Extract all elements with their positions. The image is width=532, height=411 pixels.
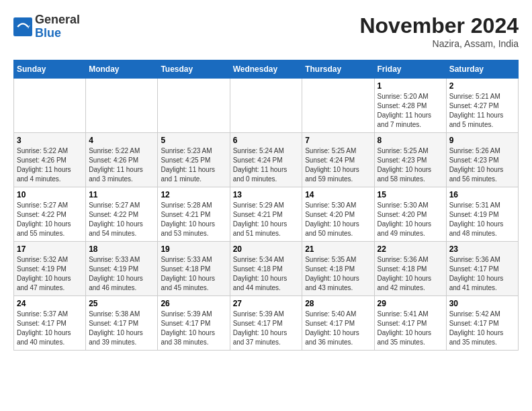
day-number: 6 bbox=[233, 136, 300, 145]
calendar-cell: 28Sunrise: 5:40 AM Sunset: 4:17 PM Dayli… bbox=[302, 296, 374, 351]
header-thursday: Thursday bbox=[302, 60, 374, 79]
day-number: 19 bbox=[161, 244, 226, 254]
day-info: Sunrise: 5:25 AM Sunset: 4:24 PM Dayligh… bbox=[305, 146, 371, 184]
day-info: Sunrise: 5:29 AM Sunset: 4:21 PM Dayligh… bbox=[233, 201, 300, 238]
calendar-cell: 26Sunrise: 5:39 AM Sunset: 4:17 PM Dayli… bbox=[158, 296, 230, 351]
calendar-cell: 27Sunrise: 5:39 AM Sunset: 4:17 PM Dayli… bbox=[230, 296, 302, 351]
week-row-5: 24Sunrise: 5:37 AM Sunset: 4:17 PM Dayli… bbox=[14, 296, 519, 351]
week-row-3: 10Sunrise: 5:27 AM Sunset: 4:22 PM Dayli… bbox=[14, 187, 519, 242]
day-number: 9 bbox=[449, 136, 515, 145]
calendar-header-row: SundayMondayTuesdayWednesdayThursdayFrid… bbox=[14, 60, 519, 79]
calendar-cell: 18Sunrise: 5:33 AM Sunset: 4:19 PM Dayli… bbox=[86, 242, 158, 296]
day-info: Sunrise: 5:41 AM Sunset: 4:17 PM Dayligh… bbox=[378, 310, 443, 347]
day-info: Sunrise: 5:26 AM Sunset: 4:23 PM Dayligh… bbox=[449, 146, 515, 184]
calendar-cell: 1Sunrise: 5:20 AM Sunset: 4:28 PM Daylig… bbox=[374, 79, 446, 133]
day-number: 13 bbox=[233, 190, 300, 199]
calendar-cell bbox=[302, 79, 374, 133]
day-info: Sunrise: 5:23 AM Sunset: 4:25 PM Dayligh… bbox=[161, 146, 226, 184]
day-info: Sunrise: 5:30 AM Sunset: 4:20 PM Dayligh… bbox=[305, 201, 371, 238]
day-number: 11 bbox=[89, 190, 154, 199]
day-info: Sunrise: 5:22 AM Sunset: 4:26 PM Dayligh… bbox=[17, 146, 83, 184]
calendar-cell: 10Sunrise: 5:27 AM Sunset: 4:22 PM Dayli… bbox=[14, 187, 86, 242]
day-number: 17 bbox=[17, 244, 83, 254]
calendar-cell: 30Sunrise: 5:42 AM Sunset: 4:17 PM Dayli… bbox=[446, 296, 518, 351]
calendar-cell: 3Sunrise: 5:22 AM Sunset: 4:26 PM Daylig… bbox=[14, 133, 86, 187]
day-info: Sunrise: 5:22 AM Sunset: 4:26 PM Dayligh… bbox=[89, 146, 154, 184]
day-info: Sunrise: 5:33 AM Sunset: 4:18 PM Dayligh… bbox=[161, 255, 226, 293]
header-monday: Monday bbox=[86, 60, 158, 79]
day-number: 25 bbox=[89, 299, 154, 308]
calendar-cell bbox=[86, 79, 158, 133]
day-info: Sunrise: 5:34 AM Sunset: 4:18 PM Dayligh… bbox=[233, 255, 300, 293]
logo-text: General Blue bbox=[35, 13, 80, 40]
page-title: November 2024 bbox=[359, 13, 519, 38]
calendar-cell: 8Sunrise: 5:25 AM Sunset: 4:23 PM Daylig… bbox=[374, 133, 446, 187]
day-number: 24 bbox=[17, 299, 83, 308]
calendar-cell bbox=[14, 79, 86, 133]
day-number: 21 bbox=[305, 244, 371, 254]
calendar-cell: 11Sunrise: 5:27 AM Sunset: 4:22 PM Dayli… bbox=[86, 187, 158, 242]
title-block: November 2024 Nazira, Assam, India bbox=[359, 13, 519, 49]
day-info: Sunrise: 5:28 AM Sunset: 4:21 PM Dayligh… bbox=[161, 201, 226, 238]
calendar-cell: 14Sunrise: 5:30 AM Sunset: 4:20 PM Dayli… bbox=[302, 187, 374, 242]
header-wednesday: Wednesday bbox=[230, 60, 302, 79]
svg-rect-0 bbox=[13, 17, 32, 36]
day-number: 5 bbox=[161, 136, 226, 145]
logo-general-text: General bbox=[35, 13, 80, 26]
page-header: General Blue November 2024 Nazira, Assam… bbox=[13, 13, 519, 49]
day-number: 29 bbox=[378, 299, 443, 308]
day-number: 14 bbox=[305, 190, 371, 199]
calendar-cell bbox=[158, 79, 230, 133]
day-info: Sunrise: 5:30 AM Sunset: 4:20 PM Dayligh… bbox=[378, 201, 443, 238]
calendar-cell: 13Sunrise: 5:29 AM Sunset: 4:21 PM Dayli… bbox=[230, 187, 302, 242]
calendar-cell: 17Sunrise: 5:32 AM Sunset: 4:19 PM Dayli… bbox=[14, 242, 86, 296]
day-info: Sunrise: 5:31 AM Sunset: 4:19 PM Dayligh… bbox=[449, 201, 515, 238]
day-info: Sunrise: 5:25 AM Sunset: 4:23 PM Dayligh… bbox=[378, 146, 443, 184]
calendar-cell: 25Sunrise: 5:38 AM Sunset: 4:17 PM Dayli… bbox=[86, 296, 158, 351]
calendar-cell: 15Sunrise: 5:30 AM Sunset: 4:20 PM Dayli… bbox=[374, 187, 446, 242]
calendar-cell: 2Sunrise: 5:21 AM Sunset: 4:27 PM Daylig… bbox=[446, 79, 518, 133]
calendar-cell: 6Sunrise: 5:24 AM Sunset: 4:24 PM Daylig… bbox=[230, 133, 302, 187]
day-info: Sunrise: 5:21 AM Sunset: 4:27 PM Dayligh… bbox=[449, 92, 515, 130]
day-number: 27 bbox=[233, 299, 300, 308]
day-info: Sunrise: 5:40 AM Sunset: 4:17 PM Dayligh… bbox=[305, 310, 371, 347]
day-number: 20 bbox=[233, 244, 300, 254]
calendar-body: 1Sunrise: 5:20 AM Sunset: 4:28 PM Daylig… bbox=[14, 79, 519, 351]
logo: General Blue bbox=[13, 13, 80, 40]
week-row-1: 1Sunrise: 5:20 AM Sunset: 4:28 PM Daylig… bbox=[14, 79, 519, 133]
header-tuesday: Tuesday bbox=[158, 60, 230, 79]
day-info: Sunrise: 5:36 AM Sunset: 4:17 PM Dayligh… bbox=[449, 255, 515, 293]
day-info: Sunrise: 5:27 AM Sunset: 4:22 PM Dayligh… bbox=[89, 201, 154, 238]
calendar-cell: 29Sunrise: 5:41 AM Sunset: 4:17 PM Dayli… bbox=[374, 296, 446, 351]
day-number: 15 bbox=[378, 190, 443, 199]
calendar-cell: 16Sunrise: 5:31 AM Sunset: 4:19 PM Dayli… bbox=[446, 187, 518, 242]
day-number: 4 bbox=[89, 136, 154, 145]
header-sunday: Sunday bbox=[14, 60, 86, 79]
day-number: 23 bbox=[449, 244, 515, 254]
day-info: Sunrise: 5:24 AM Sunset: 4:24 PM Dayligh… bbox=[233, 146, 300, 184]
header-friday: Friday bbox=[374, 60, 446, 79]
day-info: Sunrise: 5:33 AM Sunset: 4:19 PM Dayligh… bbox=[89, 255, 154, 293]
calendar-cell: 20Sunrise: 5:34 AM Sunset: 4:18 PM Dayli… bbox=[230, 242, 302, 296]
calendar-cell: 9Sunrise: 5:26 AM Sunset: 4:23 PM Daylig… bbox=[446, 133, 518, 187]
calendar-cell: 24Sunrise: 5:37 AM Sunset: 4:17 PM Dayli… bbox=[14, 296, 86, 351]
calendar-cell: 22Sunrise: 5:36 AM Sunset: 4:18 PM Dayli… bbox=[374, 242, 446, 296]
day-info: Sunrise: 5:27 AM Sunset: 4:22 PM Dayligh… bbox=[17, 201, 83, 238]
day-info: Sunrise: 5:38 AM Sunset: 4:17 PM Dayligh… bbox=[89, 310, 154, 347]
day-number: 16 bbox=[449, 190, 515, 199]
week-row-4: 17Sunrise: 5:32 AM Sunset: 4:19 PM Dayli… bbox=[14, 242, 519, 296]
day-number: 3 bbox=[17, 136, 83, 145]
calendar-cell: 21Sunrise: 5:35 AM Sunset: 4:18 PM Dayli… bbox=[302, 242, 374, 296]
calendar-table: SundayMondayTuesdayWednesdayThursdayFrid… bbox=[13, 60, 519, 351]
day-info: Sunrise: 5:42 AM Sunset: 4:17 PM Dayligh… bbox=[449, 310, 515, 347]
day-number: 30 bbox=[449, 299, 515, 308]
day-info: Sunrise: 5:35 AM Sunset: 4:18 PM Dayligh… bbox=[305, 255, 371, 293]
day-info: Sunrise: 5:37 AM Sunset: 4:17 PM Dayligh… bbox=[17, 310, 83, 347]
calendar-cell bbox=[230, 79, 302, 133]
day-number: 2 bbox=[449, 81, 515, 91]
calendar-cell: 19Sunrise: 5:33 AM Sunset: 4:18 PM Dayli… bbox=[158, 242, 230, 296]
calendar-cell: 23Sunrise: 5:36 AM Sunset: 4:17 PM Dayli… bbox=[446, 242, 518, 296]
week-row-2: 3Sunrise: 5:22 AM Sunset: 4:26 PM Daylig… bbox=[14, 133, 519, 187]
calendar-cell: 4Sunrise: 5:22 AM Sunset: 4:26 PM Daylig… bbox=[86, 133, 158, 187]
header-saturday: Saturday bbox=[446, 60, 518, 79]
